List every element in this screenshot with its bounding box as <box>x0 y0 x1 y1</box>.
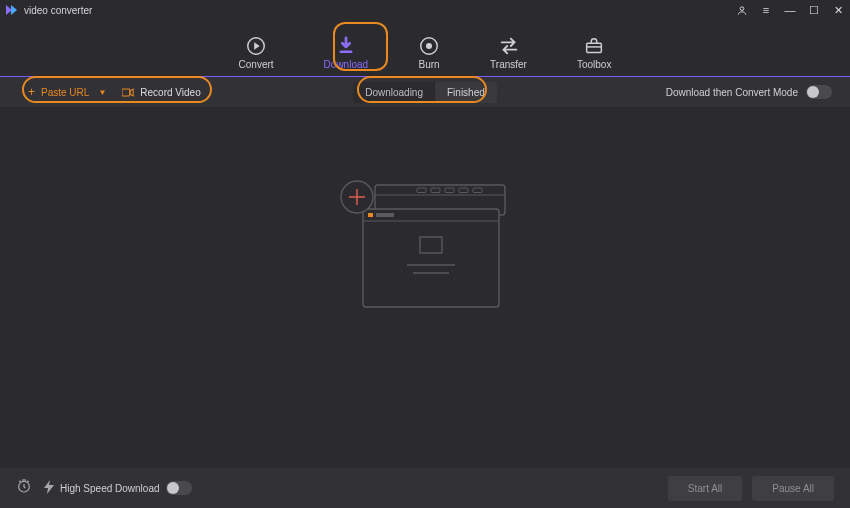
title-bar: video converter ≡ — ☐ ✕ <box>0 0 850 20</box>
svg-marker-30 <box>44 480 54 494</box>
paste-url-button[interactable]: + Paste URL ▼ <box>28 85 106 99</box>
tab-download[interactable]: Download <box>316 31 376 76</box>
download-toolbar: + Paste URL ▼ Record Video Downloading F… <box>0 77 850 107</box>
record-video-label: Record Video <box>140 87 200 98</box>
svg-rect-15 <box>431 188 440 193</box>
svg-point-2 <box>740 6 744 10</box>
close-button[interactable]: ✕ <box>832 4 844 17</box>
svg-rect-16 <box>445 188 454 193</box>
main-tab-bar: Convert Download Burn Transfer Toolbox <box>0 20 850 76</box>
high-speed-toggle[interactable] <box>166 481 192 495</box>
tab-transfer[interactable]: Transfer <box>482 31 535 76</box>
footer-bar: High Speed Download Start All Pause All <box>0 468 850 508</box>
play-logo-icon <box>6 5 20 15</box>
tab-label: Convert <box>239 59 274 70</box>
app-title: video converter <box>24 5 92 16</box>
segment-finished[interactable]: Finished <box>435 82 497 103</box>
chevron-down-icon: ▼ <box>98 88 106 97</box>
high-speed-label: High Speed Download <box>60 483 160 494</box>
svg-point-7 <box>427 44 432 49</box>
start-all-button[interactable]: Start All <box>668 476 742 501</box>
svg-rect-18 <box>473 188 482 193</box>
tab-convert[interactable]: Convert <box>231 31 282 76</box>
app-logo: video converter <box>6 5 92 16</box>
convert-icon <box>245 35 267 57</box>
tab-burn[interactable]: Burn <box>410 31 448 76</box>
tab-label: Toolbox <box>577 59 611 70</box>
app-window: video converter ≡ — ☐ ✕ Convert Download <box>0 0 850 508</box>
user-icon[interactable] <box>736 5 748 16</box>
svg-rect-21 <box>368 213 373 217</box>
svg-rect-22 <box>376 213 394 217</box>
schedule-icon[interactable] <box>16 478 32 498</box>
high-speed-download: High Speed Download <box>44 480 192 497</box>
transfer-icon <box>498 35 520 57</box>
svg-rect-17 <box>459 188 468 193</box>
bolt-icon <box>44 480 54 497</box>
svg-rect-10 <box>122 89 130 96</box>
record-video-button[interactable]: Record Video <box>122 87 200 98</box>
tab-toolbox[interactable]: Toolbox <box>569 31 619 76</box>
tab-label: Burn <box>419 59 440 70</box>
segment-downloading[interactable]: Downloading <box>353 82 435 103</box>
paste-url-label: Paste URL <box>41 87 89 98</box>
burn-icon <box>418 35 440 57</box>
svg-rect-19 <box>363 209 499 307</box>
menu-icon[interactable]: ≡ <box>760 4 772 16</box>
download-empty-area[interactable] <box>0 107 850 468</box>
convert-mode-toggle[interactable] <box>806 85 832 99</box>
svg-rect-5 <box>339 51 352 53</box>
window-controls: ≡ — ☐ ✕ <box>736 4 844 17</box>
svg-marker-11 <box>130 89 133 96</box>
toolbox-icon <box>583 35 605 57</box>
pause-all-button[interactable]: Pause All <box>752 476 834 501</box>
maximize-button[interactable]: ☐ <box>808 4 820 17</box>
plus-icon: + <box>28 85 35 99</box>
minimize-button[interactable]: — <box>784 4 796 16</box>
svg-rect-8 <box>587 43 602 52</box>
svg-marker-1 <box>11 5 17 15</box>
toolbar-right-group: Download then Convert Mode <box>666 85 832 99</box>
toolbar-left-group: + Paste URL ▼ Record Video <box>28 85 201 99</box>
svg-marker-4 <box>254 42 259 49</box>
tab-label: Transfer <box>490 59 527 70</box>
footer-buttons: Start All Pause All <box>668 476 834 501</box>
download-status-segments: Downloading Finished <box>353 82 497 103</box>
tab-label: Download <box>324 59 368 70</box>
download-icon <box>335 35 357 57</box>
camera-icon <box>122 88 134 97</box>
empty-placeholder <box>325 179 525 323</box>
svg-rect-14 <box>417 188 426 193</box>
convert-mode-label: Download then Convert Mode <box>666 87 798 98</box>
